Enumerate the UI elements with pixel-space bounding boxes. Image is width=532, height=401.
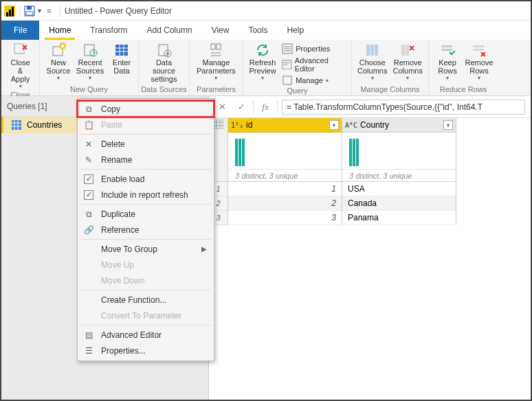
column-header-country[interactable]: AᴮC Country ▾: [342, 118, 456, 133]
svg-rect-18: [370, 45, 374, 56]
svg-rect-16: [283, 76, 291, 84]
svg-rect-6: [85, 45, 94, 56]
menu-help[interactable]: Help: [277, 21, 313, 40]
powerbi-icon: [4, 5, 15, 16]
reference-icon: 🔗: [83, 225, 94, 236]
svg-rect-2: [26, 12, 33, 15]
menu-view[interactable]: View: [202, 21, 239, 40]
refresh-preview-button[interactable]: RefreshPreview▾: [247, 41, 278, 82]
column-stats-id: 3 distinct, 3 unique: [228, 170, 342, 182]
ctx-include-refresh[interactable]: ✓Include in report refresh: [78, 187, 214, 203]
ribbon: Close &Apply▾ Close NewSource▾ RecentSou…: [1, 40, 531, 96]
keep-rows-button[interactable]: KeepRows▾: [433, 41, 462, 82]
ctx-create-function[interactable]: Create Function...: [78, 292, 214, 308]
choose-columns-button[interactable]: ChooseColumns▾: [356, 41, 389, 82]
cancel-formula-button[interactable]: ✕: [214, 100, 230, 115]
column-header-id[interactable]: 1²₃ id ▾: [228, 118, 342, 133]
cell[interactable]: USA: [342, 182, 456, 196]
svg-rect-26: [12, 120, 21, 130]
ctx-rename[interactable]: ✎Rename: [78, 152, 214, 168]
ctx-enable-load[interactable]: ✓Enable load: [78, 171, 214, 187]
ctx-advanced-editor[interactable]: ▤Advanced Editor: [78, 327, 214, 343]
svg-rect-19: [375, 45, 378, 56]
queries-panel: Queries [1] 〈 Countries ⧉Copy 📋Paste ✕De…: [1, 96, 209, 400]
cell[interactable]: 3: [228, 211, 342, 225]
chevron-right-icon: ▶: [201, 245, 207, 253]
editor-icon: ▤: [83, 330, 94, 341]
cell[interactable]: Canada: [342, 196, 456, 211]
query-item-label: Countries: [27, 120, 62, 130]
advanced-editor-button[interactable]: Advanced Editor: [280, 56, 347, 73]
ctx-properties[interactable]: ☰Properties...: [78, 343, 214, 358]
table-icon: [12, 120, 21, 130]
qat-dropdown[interactable]: ▼: [36, 8, 43, 14]
svg-rect-8: [115, 45, 128, 56]
ctx-move-up: Move Up: [78, 257, 214, 273]
ctx-paste: 📋Paste: [78, 117, 214, 133]
svg-rect-13: [217, 44, 221, 49]
main-area: ✕ ✓ fx = Table.TransformColumnTypes(Sour…: [209, 96, 531, 400]
column-stats-country: 3 distinct, 3 unique: [342, 170, 456, 182]
copy-icon: ⧉: [83, 104, 94, 115]
svg-rect-22: [441, 45, 452, 47]
recent-sources-button[interactable]: RecentSources▾: [76, 41, 104, 82]
check-icon: ✓: [83, 190, 94, 200]
data-grid: 1 2 3 1²₃ id ▾ 3 distinct, 3 unique 1: [209, 118, 531, 225]
column-profile-id: [228, 133, 342, 170]
formula-bar: ✕ ✓ fx = Table.TransformColumnTypes(Sour…: [209, 96, 531, 118]
menu-file[interactable]: File: [1, 21, 39, 40]
remove-columns-button[interactable]: RemoveColumns▾: [392, 41, 425, 82]
ctx-delete[interactable]: ✕Delete: [78, 136, 214, 152]
ctx-reference[interactable]: 🔗Reference: [78, 222, 214, 238]
svg-rect-25: [473, 49, 484, 51]
fx-button[interactable]: fx: [258, 100, 273, 115]
workspace: Queries [1] 〈 Countries ⧉Copy 📋Paste ✕De…: [1, 96, 531, 400]
paste-icon: 📋: [83, 119, 94, 130]
titlebar: ▼ = Untitled - Power Query Editor: [1, 1, 531, 21]
formula-input[interactable]: = Table.TransformColumnTypes(Source,{{"i…: [282, 100, 525, 115]
svg-rect-20: [401, 45, 405, 56]
properties-icon: ☰: [83, 345, 94, 356]
check-icon: ✓: [83, 174, 94, 185]
filter-dropdown[interactable]: ▾: [329, 120, 339, 130]
ctx-duplicate[interactable]: ⧉Duplicate: [78, 206, 214, 222]
properties-button[interactable]: Properties: [280, 43, 347, 55]
svg-rect-24: [473, 45, 484, 47]
commit-formula-button[interactable]: ✓: [234, 100, 249, 115]
ctx-move-to-group[interactable]: Move To Group▶: [78, 241, 214, 257]
datatype-int-icon: 1²₃: [231, 122, 243, 129]
manage-query-button[interactable]: Manage▾: [280, 74, 347, 87]
cell[interactable]: 1: [228, 182, 342, 196]
close-apply-button[interactable]: Close &Apply▾: [5, 41, 35, 91]
remove-rows-button[interactable]: RemoveRows▾: [465, 41, 494, 82]
svg-rect-1: [27, 6, 32, 10]
column-profile-country: [342, 133, 456, 170]
cell[interactable]: Panama: [342, 211, 456, 225]
delete-icon: ✕: [83, 139, 94, 150]
svg-rect-23: [441, 49, 452, 51]
svg-rect-17: [366, 45, 370, 56]
filter-dropdown[interactable]: ▾: [443, 120, 453, 130]
svg-rect-27: [214, 119, 223, 129]
enter-data-button[interactable]: EnterData: [107, 41, 136, 76]
data-source-settings-button[interactable]: Data sourcesettings: [143, 41, 185, 84]
datatype-text-icon: AᴮC: [345, 122, 357, 129]
svg-point-11: [166, 52, 169, 55]
menubar: File Home Transform Add Column View Tool…: [1, 21, 531, 40]
menu-home[interactable]: Home: [39, 21, 80, 40]
menu-transform[interactable]: Transform: [80, 21, 137, 40]
cell[interactable]: 2: [228, 196, 342, 211]
svg-rect-12: [211, 44, 215, 49]
new-source-button[interactable]: NewSource▾: [44, 41, 73, 82]
svg-rect-21: [406, 45, 409, 56]
duplicate-icon: ⧉: [83, 209, 94, 220]
ctx-copy[interactable]: ⧉Copy: [78, 101, 214, 117]
window-title: Untitled - Power Query Editor: [65, 6, 172, 16]
menu-addcolumn[interactable]: Add Column: [137, 21, 202, 40]
manage-parameters-button[interactable]: ManageParameters▾: [194, 41, 239, 82]
ctx-convert-parameter: Convert To Parameter: [78, 308, 214, 323]
menu-tools[interactable]: Tools: [239, 21, 277, 40]
save-icon[interactable]: [24, 5, 35, 16]
rename-icon: ✎: [83, 154, 94, 165]
context-menu: ⧉Copy 📋Paste ✕Delete ✎Rename ✓Enable loa…: [77, 98, 214, 361]
